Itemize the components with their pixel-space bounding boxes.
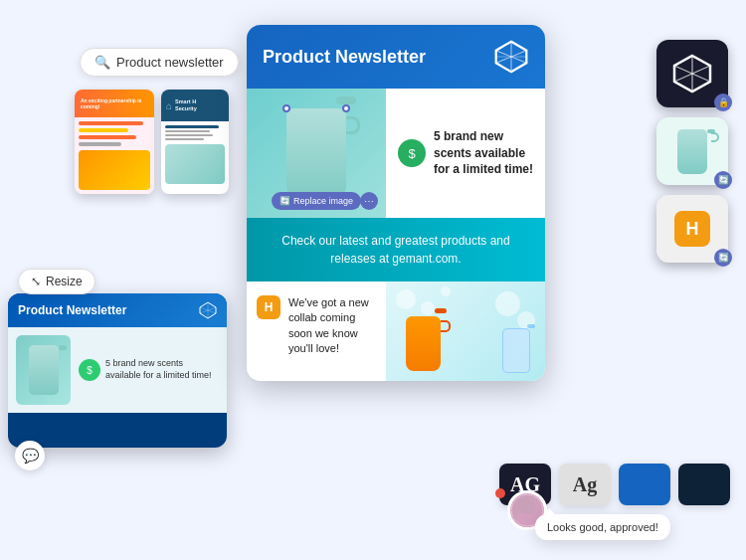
main-card-title: Product Newsletter <box>263 47 426 68</box>
brand-ag-light[interactable]: Ag <box>559 464 611 505</box>
right-icon-bottle[interactable]: 🔄 <box>656 117 728 185</box>
clear-bottle <box>502 328 530 373</box>
main-section-3: H We've got a new collab coming soon we … <box>247 281 545 381</box>
notification-dot <box>495 488 505 498</box>
template-card2-header: ⌂ Smart H Security <box>161 90 229 121</box>
template-card1-header-text: An exciting partnership is coming! <box>81 97 148 109</box>
scent-text: 5 brand new scents available for a limit… <box>434 128 533 178</box>
main-text-area-1: $ 5 brand new scents available for a lim… <box>386 89 545 218</box>
template-card1-header: An exciting partnership is coming! <box>75 90 154 117</box>
replace-image-button[interactable]: 🔄 Replace image <box>272 192 361 210</box>
h-badge: H <box>257 295 280 319</box>
h-letter-badge: H <box>674 211 710 247</box>
green-s-badge: $ <box>398 139 426 167</box>
replace-icon: 🔄 <box>280 196 290 206</box>
template-card1-image <box>79 150 150 190</box>
resize-button[interactable]: ⤡ Resize <box>18 269 95 294</box>
main-section-1: 🔄 Replace image ⋯ $ 5 brand new scents a… <box>247 89 545 218</box>
preview-card-body: $ 5 brand new scents available for a lim… <box>8 327 227 413</box>
orange-bottle <box>406 316 441 371</box>
svg-point-13 <box>519 498 535 514</box>
bottle-image-area[interactable]: 🔄 Replace image ⋯ <box>247 89 386 218</box>
bubble3 <box>441 286 451 296</box>
template-card1-body <box>75 117 154 194</box>
template-card2-body <box>161 121 229 188</box>
brand-blue[interactable] <box>619 464 670 505</box>
replace-image-label: Replace image <box>293 196 353 206</box>
bubble2 <box>421 301 435 315</box>
chat-icon: 💬 <box>22 448 39 464</box>
resize-label: Resize <box>46 275 83 288</box>
spray-image-area <box>386 281 545 381</box>
preview-card[interactable]: Product Newsletter $ 5 brand new scents … <box>8 293 227 448</box>
resize-icon: ⤡ <box>31 275 41 288</box>
main-section-2: Check our latest and greatest products a… <box>247 218 545 281</box>
preview-scent-text: 5 brand new scents available for a limit… <box>105 358 219 381</box>
right-icon-panel: 🔒 🔄 H 🔄 <box>656 40 728 263</box>
dots-icon: ⋯ <box>364 196 374 207</box>
bottle-handle <box>346 116 360 134</box>
collab-text: We've got a new collab coming soon we kn… <box>288 295 376 357</box>
preview-green-badge: $ <box>79 359 100 381</box>
brand-dark-blue[interactable] <box>678 464 730 505</box>
approved-bubble: Looks good, approved! <box>535 514 670 540</box>
right-icon-h[interactable]: H 🔄 <box>656 195 728 263</box>
main-newsletter-card: Product Newsletter <box>247 25 545 381</box>
template-card-smart[interactable]: ⌂ Smart H Security <box>161 90 229 194</box>
right-bottle-visual <box>677 129 707 174</box>
corner-dot-tr <box>342 104 350 112</box>
chat-icon-button[interactable]: 💬 <box>15 441 45 470</box>
avatar-container: Looks good, approved! <box>507 490 547 530</box>
template-card2-title: Smart H Security <box>175 98 197 111</box>
ag-light-label: Ag <box>573 473 597 496</box>
section2-text: Check our latest and greatest products a… <box>263 232 529 268</box>
lock-badge-2: 🔄 <box>714 171 732 189</box>
preview-crystal-icon <box>199 301 217 319</box>
bubble1 <box>396 289 416 309</box>
preview-card-title: Product Newsletter <box>18 303 126 317</box>
house-icon: ⌂ <box>166 100 172 111</box>
more-options-button[interactable]: ⋯ <box>360 192 378 210</box>
preview-bottle-image <box>16 335 71 405</box>
bottle-nozzle <box>336 96 356 104</box>
search-bar[interactable]: 🔍 Product newsletter <box>80 48 239 77</box>
bottle-body <box>286 108 346 198</box>
template-card-colorful[interactable]: An exciting partnership is coming! <box>75 90 154 194</box>
lock-badge-1: 🔒 <box>714 93 732 111</box>
preview-text-area: $ 5 brand new scents available for a lim… <box>79 335 219 405</box>
preview-card-header: Product Newsletter <box>8 293 227 327</box>
corner-dot-tl <box>282 104 290 112</box>
crystal-icon-svg <box>671 53 713 94</box>
lock-badge-3: 🔄 <box>714 249 732 267</box>
collab-text-area: H We've got a new collab coming soon we … <box>247 281 386 381</box>
approved-text: Looks good, approved! <box>547 521 658 533</box>
right-icon-crystal[interactable]: 🔒 <box>656 40 728 107</box>
search-icon: 🔍 <box>94 55 110 70</box>
main-crystal-icon <box>493 39 529 75</box>
main-card-header: Product Newsletter <box>247 25 545 89</box>
bubble5 <box>495 291 520 316</box>
search-input-value[interactable]: Product newsletter <box>116 55 224 70</box>
